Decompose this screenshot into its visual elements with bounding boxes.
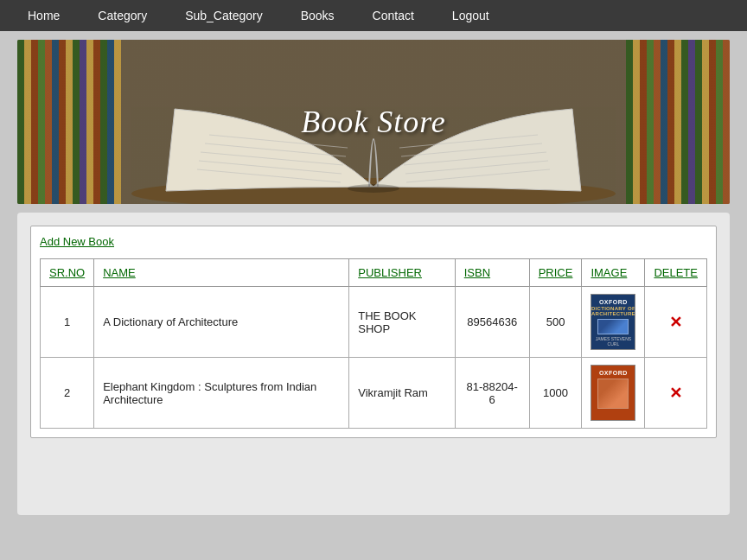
- col-image[interactable]: IMAGE: [582, 259, 645, 287]
- navbar: Home Category Sub_Category Books Contact…: [0, 0, 747, 31]
- delete-button[interactable]: ✕: [669, 385, 682, 401]
- nav-logout[interactable]: Logout: [433, 0, 508, 31]
- hero-banner: Book Store: [17, 40, 730, 204]
- cell-isbn: 81-88204-6: [455, 358, 529, 429]
- cell-image: OXFORD DICTIONARY OFARCHITECTURE JAMES S…: [582, 287, 645, 358]
- content-area: Add New Book SR.NO NAME PUBLISHER ISBN P…: [17, 213, 730, 515]
- book-cover-arch: OXFORD DICTIONARY OFARCHITECTURE JAMES S…: [591, 294, 635, 350]
- cell-image: OXFORD: [582, 358, 645, 429]
- hero-books-left-decor: [17, 40, 121, 204]
- col-publisher[interactable]: PUBLISHER: [349, 259, 455, 287]
- table-body: 1A Dictionary of ArchitectureTHE BOOK SH…: [41, 287, 707, 429]
- cell-name: Elephant Kingdom : Sculptures from India…: [94, 358, 349, 429]
- col-delete[interactable]: DELETE: [645, 259, 707, 287]
- cell-delete: ✕: [645, 287, 707, 358]
- book-cover-elephant: OXFORD: [591, 365, 635, 421]
- table-header: SR.NO NAME PUBLISHER ISBN PRICE IMAGE DE…: [41, 259, 707, 287]
- nav-books[interactable]: Books: [282, 0, 354, 31]
- cell-name: A Dictionary of Architecture: [94, 287, 349, 358]
- cell-delete: ✕: [645, 358, 707, 429]
- hero-books-right-decor: [626, 40, 730, 204]
- cell-srno: 2: [41, 358, 94, 429]
- nav-home[interactable]: Home: [9, 0, 79, 31]
- nav-contact[interactable]: Contact: [354, 0, 433, 31]
- svg-point-11: [348, 184, 399, 193]
- cell-isbn: 89564636: [455, 287, 529, 358]
- cell-publisher: Vikramjit Ram: [349, 358, 455, 429]
- cell-publisher: THE BOOK SHOP: [349, 287, 455, 358]
- col-srno[interactable]: SR.NO: [41, 259, 94, 287]
- add-new-book-link[interactable]: Add New Book: [40, 235, 114, 248]
- cell-price: 1000: [529, 358, 582, 429]
- books-table: SR.NO NAME PUBLISHER ISBN PRICE IMAGE DE…: [40, 258, 707, 429]
- col-name[interactable]: NAME: [94, 259, 349, 287]
- col-isbn[interactable]: ISBN: [455, 259, 529, 287]
- delete-button[interactable]: ✕: [669, 315, 682, 330]
- nav-subcategory[interactable]: Sub_Category: [166, 0, 282, 31]
- table-row: 1A Dictionary of ArchitectureTHE BOOK SH…: [41, 287, 707, 358]
- table-row: 2Elephant Kingdom : Sculptures from Indi…: [41, 358, 707, 429]
- cell-srno: 1: [41, 287, 94, 358]
- col-price[interactable]: PRICE: [529, 259, 582, 287]
- book-table-container: Add New Book SR.NO NAME PUBLISHER ISBN P…: [30, 226, 717, 438]
- nav-category[interactable]: Category: [79, 0, 166, 31]
- hero-title: Book Store: [301, 104, 446, 140]
- cell-price: 500: [529, 287, 582, 358]
